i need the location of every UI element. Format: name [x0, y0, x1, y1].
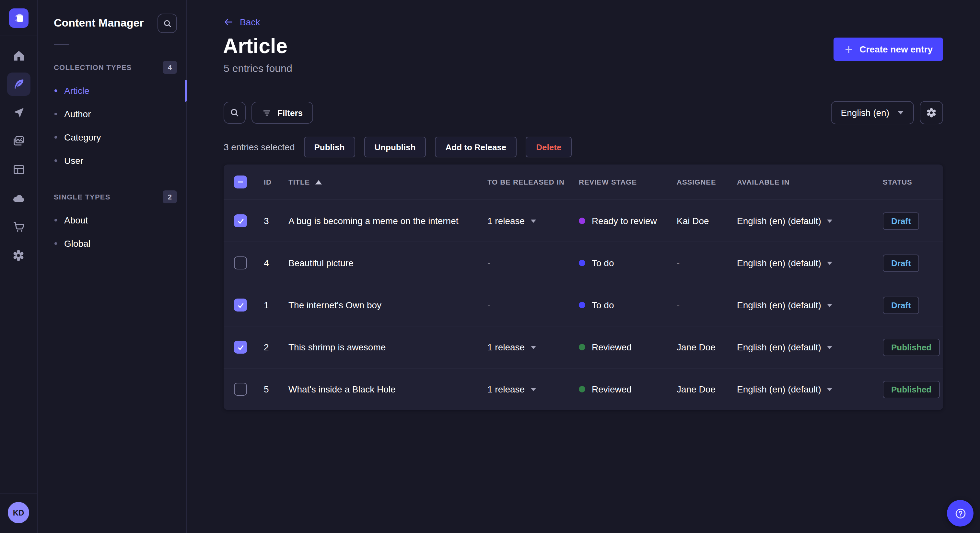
gear-icon [12, 248, 25, 262]
row-checkbox[interactable] [234, 257, 247, 270]
sidebar-item-marketplace[interactable] [7, 215, 30, 238]
select-all-checkbox[interactable] [234, 176, 247, 189]
check-icon [236, 301, 245, 309]
nav-item-label: Article [64, 86, 89, 96]
sidebar-item-content-manager[interactable] [7, 73, 30, 96]
sidebar-item-deploy[interactable] [7, 187, 30, 210]
sidebar-item-global[interactable]: Global [38, 232, 186, 255]
column-header-id[interactable]: ID [253, 178, 278, 186]
row-checkbox[interactable] [234, 383, 247, 396]
row-checkbox[interactable] [234, 214, 247, 227]
chevron-down-icon [530, 219, 536, 223]
column-header-assignee[interactable]: ASSIGNEE [666, 178, 727, 186]
stage-dot [579, 386, 585, 392]
row-locale-dropdown[interactable]: English (en) (default) [727, 384, 872, 394]
sidebar-item-content-type-builder[interactable] [7, 158, 30, 181]
row-checkbox-cell [224, 257, 253, 270]
bullet-icon [54, 113, 57, 115]
check-icon [236, 343, 245, 351]
bullet-icon [54, 159, 57, 162]
rail-bottom-divider [0, 493, 37, 493]
column-header-title[interactable]: TITLE [278, 178, 477, 186]
create-new-entry-button[interactable]: Create new entry [834, 38, 943, 61]
row-locale-dropdown[interactable]: English (en) (default) [727, 216, 872, 226]
back-link[interactable]: Back [224, 17, 260, 27]
row-title: What's inside a Black Hole [278, 384, 477, 394]
view-settings-button[interactable] [920, 101, 943, 124]
table-row[interactable]: 1 The internet's Own boy - To do - Engli… [224, 284, 943, 326]
panel-title: Content Manager [54, 17, 144, 30]
nav-item-label: Author [64, 109, 91, 119]
row-review-stage: To do [568, 258, 666, 268]
cloud-icon [12, 192, 25, 205]
sidebar-item-article[interactable]: Article [38, 79, 186, 102]
rail-icon-list [7, 44, 30, 267]
stage-dot [579, 217, 585, 224]
sidebar-item-about[interactable]: About [38, 209, 186, 232]
sidebar-item-home[interactable] [7, 44, 30, 67]
sidebar-item-user[interactable]: User [38, 149, 186, 172]
feather-icon [12, 78, 25, 90]
delete-button[interactable]: Delete [526, 136, 572, 157]
user-avatar[interactable]: KD [8, 502, 29, 523]
row-status-cell: Draft [872, 254, 943, 272]
chevron-down-icon [826, 387, 833, 392]
row-checkbox[interactable] [234, 298, 247, 311]
help-button[interactable] [947, 500, 974, 527]
status-badge: Published [883, 381, 940, 398]
collection-types-header: COLLECTION TYPES 4 [38, 56, 186, 79]
row-id: 5 [253, 384, 278, 394]
row-release: - [477, 258, 568, 268]
row-checkbox[interactable] [234, 341, 247, 354]
sidebar-item-category[interactable]: Category [38, 125, 186, 149]
column-header-release[interactable]: TO BE RELEASED IN [477, 178, 568, 186]
row-checkbox-cell [224, 383, 253, 396]
column-header-stage[interactable]: REVIEW STAGE [568, 178, 666, 186]
search-icon [162, 19, 172, 28]
table-header-row: ID TITLE TO BE RELEASED IN REVIEW STAGE … [224, 165, 943, 200]
filter-icon [262, 108, 272, 117]
row-release-dropdown[interactable]: 1 release [477, 342, 568, 352]
filters-button[interactable]: Filters [251, 102, 313, 124]
table-row[interactable]: 4 Beautiful picture - To do - English (e… [224, 241, 943, 284]
unpublish-button[interactable]: Unpublish [364, 136, 426, 157]
create-new-entry-label: Create new entry [859, 44, 933, 54]
plus-icon [844, 44, 854, 54]
rail-bottom: KD [0, 493, 37, 533]
row-assignee: Jane Doe [666, 342, 727, 352]
publish-button[interactable]: Publish [304, 136, 355, 157]
status-badge: Draft [883, 212, 920, 230]
row-locale-dropdown[interactable]: English (en) (default) [727, 258, 872, 268]
filters-label: Filters [277, 108, 303, 117]
sidebar-item-releases[interactable] [7, 101, 30, 124]
table-search-button[interactable] [224, 102, 246, 124]
row-status-cell: Draft [872, 296, 943, 314]
column-header-available[interactable]: AVAILABLE IN [727, 178, 872, 186]
row-release-dropdown[interactable]: 1 release [477, 384, 568, 394]
row-id: 1 [253, 300, 278, 310]
strapi-logo[interactable] [9, 8, 28, 28]
layout-icon [12, 163, 25, 176]
panel-search-button[interactable] [158, 14, 177, 33]
table-row[interactable]: 3 A bug is becoming a meme on the intern… [224, 200, 943, 241]
table-row[interactable]: 5 What's inside a Black Hole 1 release R… [224, 368, 943, 410]
column-header-status[interactable]: STATUS [872, 178, 943, 186]
sidebar-item-media-library[interactable] [7, 130, 30, 153]
sidebar-item-settings[interactable] [7, 244, 30, 267]
locale-value: English (en) [841, 108, 889, 118]
row-locale-dropdown[interactable]: English (en) (default) [727, 300, 872, 310]
add-to-release-button[interactable]: Add to Release [435, 136, 517, 157]
row-locale-dropdown[interactable]: English (en) (default) [727, 342, 872, 352]
collection-types-count: 4 [163, 61, 177, 74]
chevron-down-icon [530, 387, 536, 392]
row-status-cell: Published [872, 338, 943, 356]
row-review-stage: Reviewed [568, 342, 666, 352]
stage-dot [579, 260, 585, 266]
panel-divider [54, 44, 69, 45]
selection-actions: 3 entries selected Publish Unpublish Add… [224, 136, 572, 157]
locale-select[interactable]: English (en) [831, 101, 914, 124]
sidebar-item-author[interactable]: Author [38, 102, 186, 125]
row-release-dropdown[interactable]: 1 release [477, 216, 568, 226]
table-row[interactable]: 2 This shrimp is awesome 1 release Revie… [224, 326, 943, 368]
cart-icon [12, 220, 25, 233]
